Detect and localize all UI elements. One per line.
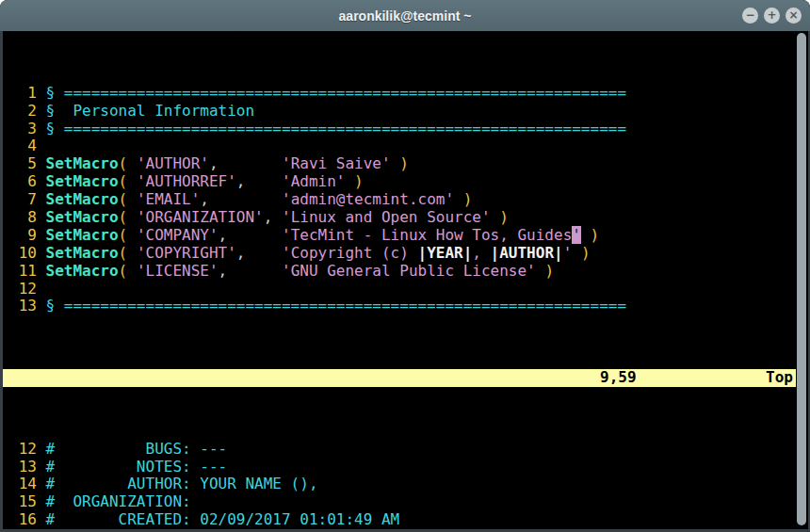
code-segment: SetMacro: [46, 154, 119, 172]
terminal-body[interactable]: 1 § ====================================…: [0, 31, 810, 532]
code-segment: ): [544, 262, 554, 280]
code-segment: (: [119, 244, 128, 262]
statusline-top-scroll-indicator: Top: [766, 369, 793, 387]
maximize-button[interactable]: +: [764, 8, 780, 24]
code-segment: 'LICENSE': [137, 262, 219, 280]
code-segment: ,: [209, 154, 282, 172]
code-segment: 'ORGANIZATION': [137, 208, 264, 226]
code-line[interactable]: 15 # ORGANIZATION:: [3, 493, 796, 511]
code-segment: SetMacro: [46, 190, 119, 208]
code-line[interactable]: 9 SetMacro( 'COMPANY', 'TecMint - Linux …: [3, 227, 796, 245]
code-segment: ): [499, 208, 509, 226]
code-line[interactable]: 13 § ===================================…: [3, 298, 796, 315]
code-segment: SetMacro: [46, 172, 119, 190]
code-segment: ': [563, 244, 573, 262]
code-segment: [491, 208, 500, 226]
vim-editor[interactable]: 1 § ====================================…: [3, 31, 796, 529]
code-segment: ,: [236, 244, 282, 262]
code-line[interactable]: 10 SetMacro( 'COPYRIGHT', 'Copyright (c)…: [3, 245, 796, 263]
code-line[interactable]: 16 # CREATED: 02/09/2017 01:01:49 AM: [3, 511, 796, 529]
line-number: 16: [9, 510, 46, 528]
code-line[interactable]: 12 # BUGS: ---: [3, 441, 796, 459]
code-segment: ,: [472, 244, 490, 262]
top-window[interactable]: 1 § ====================================…: [3, 85, 796, 316]
code-segment: 'COMPANY': [137, 226, 219, 244]
code-segment: SetMacro: [46, 262, 119, 280]
code-line[interactable]: 11 SetMacro( 'LICENSE', 'GNU General Pub…: [3, 263, 796, 281]
code-segment: § Personal Information: [46, 102, 255, 120]
code-segment: 'admin@tecmint.com': [282, 190, 454, 208]
code-segment: 'AUTHOR': [137, 154, 209, 172]
code-segment: [127, 190, 137, 208]
code-segment: # AUTHOR: YOUR NAME (),: [46, 475, 318, 492]
code-segment: ,: [236, 172, 282, 190]
code-segment: # REVISION: ---: [46, 528, 236, 529]
code-line[interactable]: 6 SetMacro( 'AUTHORREF', 'Admin' ): [3, 173, 796, 191]
code-line[interactable]: 13 # NOTES: ---: [3, 459, 796, 476]
code-line[interactable]: 2 § Personal Information: [3, 103, 796, 121]
code-segment: ,: [219, 226, 282, 244]
code-segment: ): [581, 244, 591, 262]
code-segment: # BUGS: ---: [46, 440, 228, 458]
line-number: 9: [9, 226, 46, 244]
code-line[interactable]: 14 # AUTHOR: YOUR NAME (),: [3, 476, 796, 493]
line-number: 17: [9, 528, 46, 529]
code-segment: [536, 262, 545, 280]
code-segment: 'COPYRIGHT': [137, 244, 236, 262]
code-line[interactable]: 5 SetMacro( 'AUTHOR', 'Ravi Saive' ): [3, 155, 796, 173]
line-number: 6: [9, 172, 46, 190]
code-segment: (: [119, 190, 128, 208]
statusline-top-ruler: 9,59: [600, 369, 637, 387]
code-segment: 'TecMint - Linux How Tos, Guides: [282, 226, 572, 244]
code-segment: [581, 226, 591, 244]
code-line[interactable]: 3 § ====================================…: [3, 121, 796, 138]
code-segment: [127, 154, 137, 172]
code-segment: # NOTES: ---: [46, 458, 228, 476]
code-segment: [454, 190, 463, 208]
bottom-window[interactable]: 12 # BUGS: --- 13 # NOTES: --- 14 # AUTH…: [3, 441, 796, 529]
code-segment: 'AUTHORREF': [137, 172, 236, 190]
code-segment: ): [399, 154, 409, 172]
code-segment: [345, 172, 354, 190]
scrollbar-thumb[interactable]: [797, 33, 806, 525]
code-segment: [127, 172, 137, 190]
code-segment: 'Ravi Saive': [282, 154, 391, 172]
code-line[interactable]: 7 SetMacro( 'EMAIL', 'admin@tecmint.com'…: [3, 191, 796, 209]
code-segment: ): [354, 172, 364, 190]
code-segment: # CREATED: 02/09/2017 01:01:49 AM: [46, 510, 400, 528]
cursor: ': [572, 226, 581, 244]
code-segment: § ======================================…: [46, 120, 627, 137]
code-segment: (: [119, 226, 128, 244]
line-number: 4: [9, 137, 46, 154]
close-button[interactable]: ×: [786, 8, 802, 24]
window-title: aaronkilik@tecmint ~: [339, 8, 472, 24]
code-line[interactable]: 12: [3, 281, 796, 298]
code-segment: (: [119, 208, 128, 226]
line-number: 14: [9, 475, 46, 492]
code-segment: 'Copyright (c): [282, 244, 418, 262]
code-segment: |YEAR|: [418, 244, 473, 262]
code-segment: |AUTHOR|: [491, 244, 563, 262]
code-segment: 'Linux and Open Source': [282, 208, 491, 226]
code-segment: ,: [264, 208, 282, 226]
line-number: 5: [9, 154, 46, 172]
code-line[interactable]: 4: [3, 137, 796, 155]
code-segment: SetMacro: [46, 226, 119, 244]
code-segment: ): [591, 226, 600, 244]
code-segment: ,: [200, 190, 282, 208]
statusline-top-filename: ~/.vim/templates/personal.templates [+]: [78, 386, 432, 404]
code-segment: 'Admin': [282, 172, 345, 190]
titlebar[interactable]: aaronkilik@tecmint ~ − + ×: [0, 0, 810, 31]
code-segment: [127, 262, 137, 280]
code-segment: (: [119, 262, 128, 280]
statusline-top[interactable]: ~/.vim/templates/personal.templates [+] …: [3, 369, 796, 387]
code-segment: [127, 208, 137, 226]
code-line[interactable]: 1 § ====================================…: [3, 85, 796, 103]
code-segment: [127, 226, 137, 244]
line-number: 7: [9, 190, 46, 208]
line-number: 13: [9, 297, 46, 314]
code-segment: (: [119, 172, 128, 190]
code-line[interactable]: 8 SetMacro( 'ORGANIZATION', 'Linux and O…: [3, 209, 796, 227]
terminal-window: aaronkilik@tecmint ~ − + × 1 § =========…: [0, 0, 810, 532]
minimize-button[interactable]: −: [742, 8, 758, 24]
